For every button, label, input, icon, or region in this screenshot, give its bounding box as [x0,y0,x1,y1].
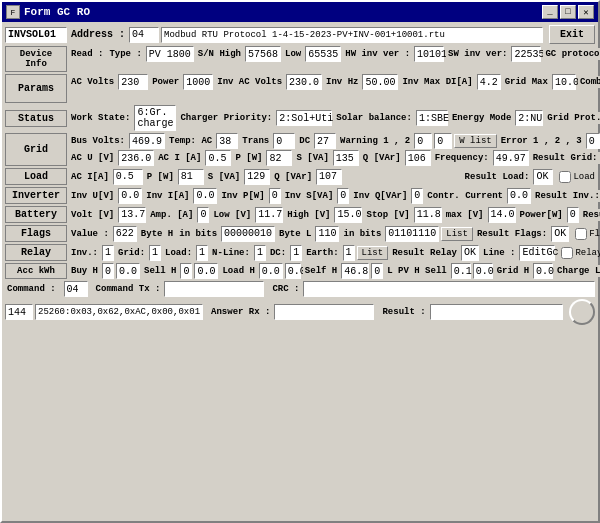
address-label: Address : [69,28,127,41]
contr-value: 0.0 [507,188,531,204]
exit-button[interactable]: Exit [549,25,595,44]
invsol-field: INVSOL01 [5,27,67,43]
contr-label: Contr. Current [425,190,505,202]
relay-checkbox[interactable] [561,247,573,259]
device-info-label: Device Info [5,46,67,72]
relay-checkbox-container: Relay [561,247,600,259]
byte-h-value: 00000010 [221,226,275,242]
window-title: Form GC RO [24,6,90,18]
type-value: PV 1800 [146,46,194,62]
s-va-value: 135 [333,150,359,166]
err-val1: 0 [586,133,600,149]
params-row: Params AC Volts 230 Power 1000 Inv AC Vo… [5,74,595,103]
work-state-label: Work State: [69,112,132,124]
byte-l-label: Byte L [277,228,313,240]
power-label: Power [150,76,181,88]
flags-list-button[interactable]: List [441,227,473,241]
q-var-value: 106 [405,150,431,166]
result-load-label: Result Load: [463,171,532,183]
relay-grid-label: Grid: [116,247,147,259]
relay-inv-label: Inv.: [69,247,100,259]
charge-l-label: Charge L [555,265,600,277]
dc-label: DC [297,135,312,147]
inv-q-label: Inv Q[VAr] [351,190,409,202]
sw-inv-label: SW inv ver: [446,48,509,60]
w-list-button[interactable]: W list [454,134,496,148]
inv-i-value: 0.0 [193,188,217,204]
value-value: 622 [113,226,137,242]
sn-high-value: 57568 [245,46,281,62]
grid-max-value: 10.0 [552,74,576,90]
inv-u-label: Inv U[V] [69,190,116,202]
load-p-label: P [W] [145,171,176,183]
relay-earth-value: 1 [343,245,355,261]
in-bits2-label: in bits [341,228,383,240]
flags-section: Flags Value : 622 Byte H in bits 0000001… [5,225,595,242]
acc-kwh-label: Acc kWh [5,263,67,279]
minimize-button[interactable]: _ [542,5,558,19]
grid-max-label: Grid Max [503,76,550,88]
freq-label: Frequency: [433,152,491,164]
address-value: 04 [129,27,159,43]
relay-section: Relay Inv.: 1 Grid: 1 Load: 1 N-Line: 1 … [5,244,595,261]
inv-u-value: 0.0 [118,188,142,204]
status-label: Status [5,110,67,127]
load-ac-i-value: 0.5 [113,169,143,185]
byte-l-bits-value: 01101110 [385,226,439,242]
type-label: Type : [107,48,143,60]
batt-high-label: High [V] [285,209,332,221]
bus-volts-value: 469.9 [129,133,165,149]
amp-value: 0 [197,207,209,223]
relay-list-button[interactable]: List [357,246,389,260]
sell-h-value: 0 [180,263,192,279]
gc-proto-label: GC protocol: [543,48,600,60]
command-addr: 04 [64,281,88,297]
amp-label: Amp. [A] [148,209,195,221]
battery-section: Battery Volt [V] 13.7 Amp. [A] 0 Low [V]… [5,206,595,223]
result-inv-label: Result Inv.: [533,190,600,202]
load-section: Load AC I[A] 0.5 P [W] 81 S [VA] 129 Q [… [5,168,595,185]
energy-value: 2:NU [515,110,543,126]
title-bar-left: F Form GC RO [6,5,90,19]
volt-value: 13.7 [118,207,146,223]
load-h-value: 0.0 [259,263,283,279]
sell-h-label: Sell H [142,265,178,277]
warn-label: Warning 1 , 2 [338,135,412,147]
maximize-button[interactable]: □ [560,5,576,19]
ac-i-label: AC I [A] [156,152,203,164]
top-row: INVSOL01 Address : 04 Modbud RTU Protoco… [5,25,595,44]
result-flags-value: OK [551,226,569,242]
relay-label: Relay [5,244,67,261]
solar-bal-label: Solar balance: [334,112,414,124]
inv-hz-value: 50.00 [362,74,398,90]
low-label: Low [283,48,303,60]
batt-stop-value: 11.8 [414,207,442,223]
hex-val: 25260:0x03,0x62,0xAC,0x00,0x01 [35,304,203,320]
relay-load-value: 1 [196,245,208,261]
temp-ac-value: 38 [216,133,238,149]
result-bottom-label: Result : [380,306,427,318]
answer-label: Answer Rx : [209,306,272,318]
result-batt-label: Result batt: [581,209,600,221]
command-tx-value [164,281,264,297]
grid-h-label: Grid H [495,265,531,277]
bus-volts-label: Bus Volts: [69,135,127,147]
inv-p-label: Inv P[W] [219,190,266,202]
flags-checkbox[interactable] [575,228,587,240]
crc-value [303,281,595,297]
result-flags-label: Result Flags: [475,228,549,240]
close-button[interactable]: ✕ [578,5,594,19]
load-h-label: Load H [220,265,256,277]
inv-p-value: 0 [269,188,281,204]
editgc-value: EditGc [519,245,555,261]
temp-ac-label: Temp: AC [167,135,214,147]
line-label: Line : [481,247,517,259]
batt-max-value: 14.0 [488,207,516,223]
power-value: 1000 [183,74,213,90]
load-checkbox[interactable] [559,171,571,183]
load-q-label: Q [VAr] [272,171,314,183]
load-ac-i-label: AC I[A] [69,171,111,183]
result-load-value: OK [533,169,553,185]
relay-chk-label: Relay [575,248,600,258]
batt-power-label: Power[W] [518,209,565,221]
